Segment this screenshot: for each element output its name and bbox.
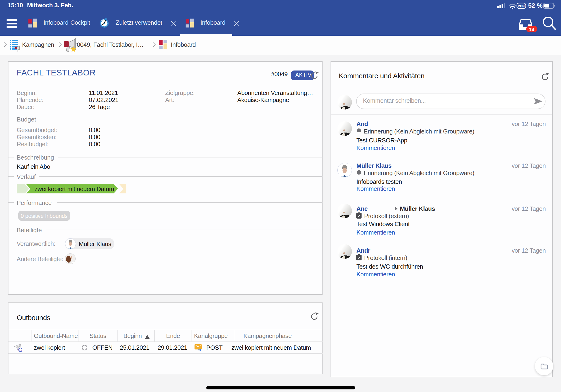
svg-text:zwei kopiert mit neuem Datum: zwei kopiert mit neuem Datum	[34, 185, 114, 193]
svg-text:VPN: VPN	[518, 4, 525, 8]
svg-text:52 %: 52 %	[528, 2, 543, 9]
svg-text:C: C	[18, 346, 22, 352]
